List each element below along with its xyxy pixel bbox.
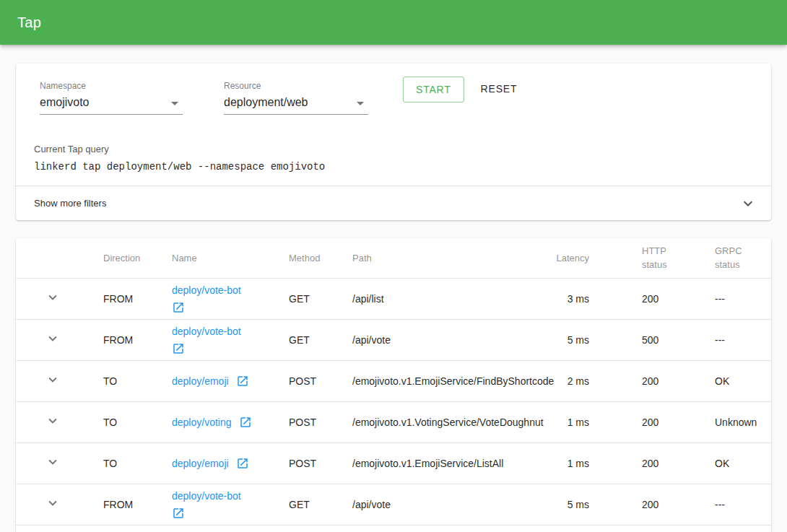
open-in-new-icon[interactable] (172, 507, 289, 520)
caret-down-icon (171, 102, 178, 105)
path-cell: /api/list (352, 278, 542, 319)
open-in-new-icon[interactable] (236, 457, 249, 470)
grpc-status-cell: --- (682, 278, 771, 319)
chevron-down-icon[interactable] (739, 195, 757, 212)
open-in-new-icon[interactable] (172, 342, 289, 355)
table-row: FROM deploy/vote-bot GET /api/vote 5 ms … (16, 484, 771, 525)
expand-row-button[interactable] (45, 495, 61, 511)
start-button[interactable]: START (403, 77, 464, 103)
show-more-filters-label: Show more filters (34, 198, 106, 209)
http-status-cell: 500 (609, 319, 682, 360)
table-header-row: Direction Name Method Path Latency HTTP … (16, 238, 771, 278)
grpc-status-cell: OK (682, 442, 771, 484)
resource-link[interactable]: deploy/voting (172, 417, 232, 428)
latency-cell: 3 ms (542, 278, 609, 319)
show-more-filters-toggle[interactable]: Show more filters (16, 186, 771, 220)
reset-button[interactable]: RESET (471, 77, 528, 101)
path-cell: /emojivoto.v1.VotingService/VoteDoughnut (352, 401, 542, 442)
method-cell: POST (289, 442, 352, 484)
current-query-section: Current Tap query linkerd tap deployment… (16, 115, 771, 173)
http-status-cell: 200 (609, 360, 682, 401)
direction-cell: TO (103, 442, 172, 484)
resource-link[interactable]: deploy/vote-bot (172, 325, 289, 339)
filter-row: Namespace emojivoto Resource deployment/… (16, 64, 771, 115)
resource-select[interactable]: Resource deployment/web (224, 81, 368, 115)
grpc-status-column-header: GRPC status (682, 238, 771, 278)
path-column-header: Path (352, 238, 542, 278)
current-query-label: Current Tap query (34, 144, 754, 154)
tap-results-table: Direction Name Method Path Latency HTTP … (16, 238, 771, 532)
table-row: TO deploy/emoji POST /emojivoto.v1.Emoji… (16, 360, 771, 401)
grpc-status-cell: --- (682, 319, 771, 360)
method-cell: GET (289, 278, 352, 319)
path-cell: /emojivoto.v1.EmojiService/FindByShortco… (352, 360, 542, 401)
table-row: TO deploy/voting POST /emojivoto.v1.Voti… (16, 401, 771, 442)
method-cell: GET (289, 319, 352, 360)
namespace-select[interactable]: Namespace emojivoto (40, 81, 183, 115)
method-cell: POST (289, 360, 352, 401)
grpc-status-cell: --- (682, 484, 771, 525)
expand-row-button[interactable] (45, 289, 61, 305)
grpc-status-cell: OK (682, 360, 771, 401)
http-status-cell: 200 (609, 484, 682, 525)
method-cell: GET (289, 484, 352, 525)
expand-row-button[interactable] (45, 454, 61, 470)
latency-cell: 5 ms (542, 319, 609, 360)
current-query-text: linkerd tap deployment/web --namespace e… (34, 161, 754, 173)
table-row: FROM deploy/vote-bot GET /api/list 3 ms … (16, 278, 771, 319)
direction-cell: TO (103, 360, 172, 401)
path-cell: /emojivoto.v1.EmojiService/ListAll (352, 442, 542, 484)
table-row: TO deploy/emoji POST /emojivoto.v1.Emoji… (16, 442, 771, 484)
http-status-cell: 200 (609, 278, 682, 319)
path-cell: /api/vote (352, 319, 542, 360)
http-status-cell: 200 (609, 401, 682, 442)
latency-cell: 5 ms (542, 484, 609, 525)
resource-link[interactable]: deploy/emoji (172, 375, 229, 387)
resource-link[interactable]: deploy/vote-bot (172, 284, 289, 297)
page-title: Tap (17, 14, 41, 31)
http-status-cell: 200 (609, 442, 682, 484)
open-in-new-icon[interactable] (172, 301, 289, 314)
expand-column-header (16, 238, 103, 278)
method-cell: POST (289, 401, 352, 442)
http-status-column-header: HTTP status (609, 238, 682, 278)
direction-cell: FROM (103, 484, 172, 525)
direction-cell: FROM (103, 278, 172, 319)
path-cell: /api/vote (352, 484, 542, 525)
resource-value[interactable]: deployment/web (224, 95, 368, 115)
resource-link[interactable]: deploy/emoji (172, 458, 229, 469)
expand-row-button[interactable] (45, 331, 61, 346)
latency-column-header: Latency (542, 238, 609, 278)
open-in-new-icon[interactable] (239, 416, 252, 429)
direction-column-header: Direction (103, 238, 172, 278)
caret-down-icon (357, 102, 364, 105)
tap-results-card: Direction Name Method Path Latency HTTP … (16, 238, 771, 532)
expand-row-button[interactable] (45, 413, 61, 429)
grpc-status-cell: Unknown (682, 401, 771, 442)
open-in-new-icon[interactable] (236, 375, 249, 388)
latency-cell: 1 ms (542, 442, 609, 484)
resource-label: Resource (224, 81, 368, 91)
table-row-partial (16, 525, 771, 532)
direction-cell: FROM (103, 319, 172, 360)
name-column-header: Name (172, 238, 289, 278)
namespace-label: Namespace (40, 81, 183, 91)
table-row: FROM deploy/vote-bot GET /api/vote 5 ms … (16, 319, 771, 360)
direction-cell: TO (103, 401, 172, 442)
resource-link[interactable]: deploy/vote-bot (172, 489, 289, 503)
app-bar: Tap (0, 0, 787, 45)
latency-cell: 1 ms (542, 401, 609, 442)
expand-row-button[interactable] (45, 372, 61, 388)
namespace-value[interactable]: emojivoto (40, 95, 183, 115)
method-column-header: Method (289, 238, 352, 278)
tap-filter-card: Namespace emojivoto Resource deployment/… (16, 64, 771, 220)
